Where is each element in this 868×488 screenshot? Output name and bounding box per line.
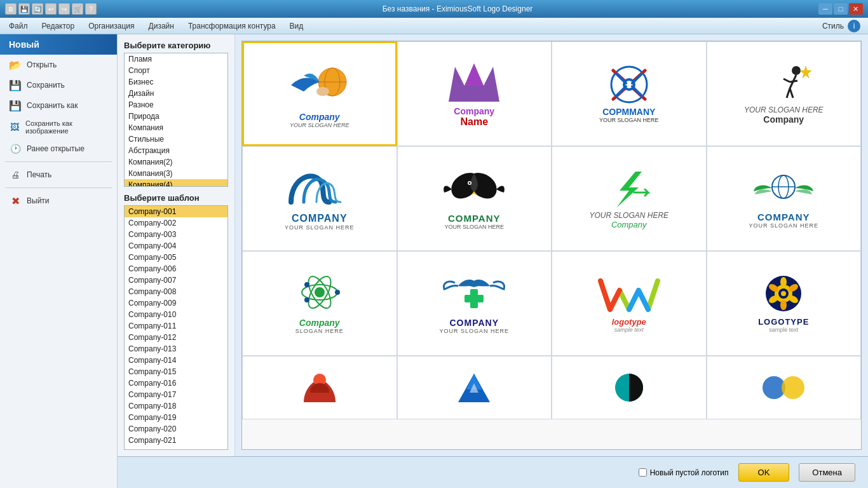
category-item[interactable]: Компания(3) [125,168,227,179]
icon-3[interactable]: 🔄 [32,3,43,15]
menu-transform[interactable]: Трансформация контура [182,20,282,32]
save-icon: 💾 [9,79,22,92]
new-empty-logo-checkbox[interactable] [639,468,647,477]
template-section: Выберите шаблон Company-001Company-002Co… [124,193,228,450]
logo-cell-9[interactable]: Company SLOGAN HERE [242,251,397,356]
template-item[interactable]: Company-014 [125,355,227,366]
template-item[interactable]: Company-016 [125,377,227,389]
category-item[interactable]: Компания [125,122,227,133]
category-section: Выберите категорию ПламяСпортБизнесДизай… [124,41,228,187]
logo-cell-12[interactable]: LOGOTYPE sample text [707,251,862,356]
template-item[interactable]: Company-004 [125,240,227,252]
svg-point-33 [781,291,786,296]
category-item[interactable]: Компания(2) [125,156,227,168]
category-listbox[interactable]: ПламяСпортБизнесДизайнРазноеПриродаКомпа… [124,53,228,187]
template-item[interactable]: Company-005 [125,252,227,263]
titlebar-icons: 🗎 💾 🔄 ↩ ↪ 🛒 ? [5,3,97,15]
category-item[interactable]: Спорт [125,65,227,76]
content-wrapper: Выберите категорию ПламяСпортБизнесДизай… [118,34,868,488]
menu-file[interactable]: Файл [3,20,34,32]
template-item[interactable]: Company-012 [125,332,227,343]
sidebar-item-saveas[interactable]: 💾 Сохранить как [0,95,117,116]
help-icon[interactable]: i [848,20,860,32]
template-item[interactable]: Company-002 [125,217,227,229]
category-item[interactable]: Пламя [125,53,227,65]
logo-cell-5[interactable]: COMPANY YOUR SLOGAN HERE [242,146,397,251]
category-item[interactable]: Бизнес [125,76,227,88]
template-item[interactable]: Company-011 [125,320,227,332]
logo-cell-2[interactable]: Company Name [397,41,552,146]
category-item[interactable]: Стильные [125,133,227,145]
style-label: Стиль [822,22,844,30]
template-item[interactable]: Company-008 [125,286,227,297]
cancel-button[interactable]: Отмена [799,463,855,482]
logo-cell-14[interactable] [397,356,552,419]
template-listbox[interactable]: Company-001Company-002Company-003Company… [124,205,228,450]
template-item[interactable]: Company-019 [125,412,227,423]
sidebar-item-print[interactable]: 🖨 Печать [0,165,117,185]
ok-button[interactable]: OK [738,463,790,482]
categories-label: Выберите категорию [124,41,228,50]
left-panel: Выберите категорию ПламяСпортБизнесДизай… [118,34,235,456]
sidebar-item-recent[interactable]: 🕐 Ранее открытые [0,139,117,159]
logo-cell-8[interactable]: COMPANY YOUR SLOGAN HERE [707,146,862,251]
recent-icon: 🕐 [9,142,22,155]
svg-point-21 [315,287,325,297]
category-item[interactable]: Компания(4) [125,179,227,187]
menu-org[interactable]: Организация [82,20,140,32]
icon-6[interactable]: 🛒 [72,3,83,15]
icon-7[interactable]: ? [85,3,97,15]
category-item[interactable]: Разное [125,99,227,111]
template-item[interactable]: Company-018 [125,400,227,412]
template-item[interactable]: Company-001 [125,206,227,217]
logo-cell-1[interactable]: Company YOUR SLOGAN HERE [242,41,397,146]
template-item[interactable]: Company-007 [125,274,227,286]
template-item[interactable]: Company-020 [125,423,227,435]
sidebar-item-save[interactable]: 💾 Сохранить [0,75,117,95]
exit-icon: ✖ [9,194,22,207]
menu-view[interactable]: Вид [283,20,310,32]
sidebar-item-saveimg[interactable]: 🖼 Сохранить как изображение [0,116,117,139]
logo-cell-4[interactable]: YOUR SLOGAN HERE Company [707,41,862,146]
maximize-button[interactable]: □ [834,3,848,15]
template-item[interactable]: Company-010 [125,309,227,320]
icon-5[interactable]: ↪ [58,3,70,15]
saveimg-label: Сохранить как изображение [25,119,108,135]
menu-edit[interactable]: Редактор [36,20,81,32]
minimize-button[interactable]: ─ [818,3,832,15]
svg-point-34 [780,277,787,287]
logo-cell-3[interactable]: COPMMANY YOUR SLOGAN HERE [552,41,707,146]
template-item[interactable]: Company-017 [125,389,227,400]
logo-cell-15[interactable] [552,356,707,419]
logo-cell-10[interactable]: COMPANY YOUR SLOGAN HERE [397,251,552,356]
logo-cell-11[interactable]: logotype sample text [552,251,707,356]
category-item[interactable]: Дизайн [125,88,227,99]
category-item[interactable]: Абстракция [125,145,227,156]
svg-point-3 [316,87,329,96]
template-item[interactable]: Company-006 [125,263,227,274]
logo-cell-16[interactable] [707,356,862,419]
sidebar-item-open[interactable]: 📂 Открыть [0,55,117,75]
menubar-right: Стиль i [822,20,865,32]
template-item[interactable]: Company-015 [125,366,227,377]
logo-cell-13[interactable] [242,356,397,419]
category-item[interactable]: Природа [125,111,227,122]
template-item[interactable]: Company-021 [125,435,227,446]
logo-grid: Company YOUR SLOGAN HERE [242,41,861,419]
sidebar-item-exit[interactable]: ✖ Выйти [0,191,117,211]
new-empty-logo-group: Новый пустой логотип [639,468,729,477]
icon-1[interactable]: 🗎 [5,3,17,15]
close-button[interactable]: ✕ [849,3,863,15]
template-item[interactable]: Company-003 [125,229,227,240]
icon-2[interactable]: 💾 [18,3,30,15]
template-item[interactable]: Company-009 [125,297,227,309]
sidebar-header: Новый [0,34,117,55]
template-item[interactable]: Company-013 [125,343,227,355]
menu-design[interactable]: Дизайн [142,20,180,32]
open-icon: 📂 [9,58,22,71]
svg-point-25 [335,290,340,295]
icon-4[interactable]: ↩ [45,3,57,15]
logo-cell-6[interactable]: COMPANY YOUR SLOGAN HERE [397,146,552,251]
bottom-bar: Новый пустой логотип OK Отмена [118,456,868,488]
logo-cell-7[interactable]: YOUR SLOGAN HERE Company [552,146,707,251]
